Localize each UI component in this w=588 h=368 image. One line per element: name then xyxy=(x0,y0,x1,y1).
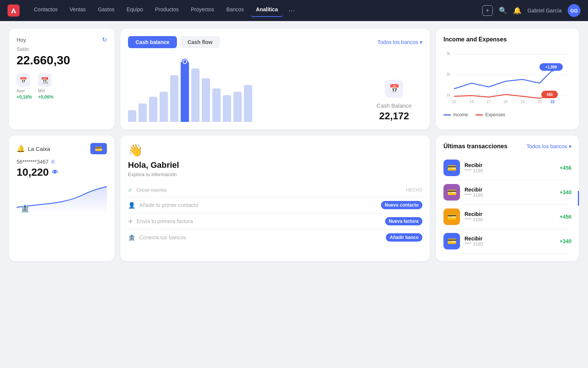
nav-proyectos[interactable]: Proyectos xyxy=(186,4,219,17)
nuevo-contacto-button[interactable]: Nuevo contacto xyxy=(381,201,422,209)
tx-bank-select[interactable]: Todos los bancos ▾ xyxy=(527,143,571,149)
nueva-factura-button[interactable]: Nueva factura xyxy=(385,217,422,225)
today-header: Hoy ↻ xyxy=(17,36,107,43)
svg-text:18: 18 xyxy=(503,100,508,104)
svg-text:2k: 2k xyxy=(446,72,451,76)
chart-bar-3[interactable] xyxy=(160,62,168,122)
today-title: Hoy xyxy=(17,37,26,43)
caixa-balance: 10,220 👁 xyxy=(17,166,107,178)
tx-item-4: 💳 Recibir **** 3190 +340 xyxy=(443,229,571,254)
tx-title: Últimas transacciones xyxy=(443,143,507,150)
svg-text:3k: 3k xyxy=(446,52,451,56)
caixa-mini-chart: 🏦 xyxy=(17,183,107,213)
cash-card: Cash balance Cash flow Todos los bancos … xyxy=(120,29,430,129)
bar-element-5[interactable] xyxy=(181,62,189,122)
chart-bar-5[interactable] xyxy=(181,62,189,122)
copy-icon[interactable]: ⎘ xyxy=(52,159,55,165)
tx-amount-4: +340 xyxy=(559,238,571,244)
refresh-icon[interactable]: ↻ xyxy=(102,36,107,43)
bell-icon[interactable]: 🔔 xyxy=(513,6,521,15)
chart-legend: Income Expenses xyxy=(443,112,571,117)
wave-emoji: 👋 xyxy=(128,143,422,157)
chart-bar-11[interactable] xyxy=(244,62,252,122)
bar-element-6[interactable] xyxy=(191,68,200,122)
tx-item-3: 💳 Recibir **** 3190 +456 xyxy=(443,205,571,229)
mtd-icon: 📆 xyxy=(38,73,52,87)
chart-bar-1[interactable] xyxy=(139,62,147,122)
chart-bar-2[interactable] xyxy=(149,62,157,122)
task-send-icon: ✈ xyxy=(128,218,133,225)
legend-income-dot xyxy=(443,114,451,116)
tx-label-1: Recibir xyxy=(465,162,555,168)
nav-contactos[interactable]: Contactos xyxy=(29,4,63,17)
navbar: Contactos Ventas Gastos Equipo Productos… xyxy=(0,0,588,21)
anadir-banco-button[interactable]: Añadir banco xyxy=(386,233,422,242)
add-button[interactable]: + xyxy=(482,5,493,16)
ayer-metric: 📅 Ayer +0,16% xyxy=(17,73,32,100)
credit-card-icon[interactable]: 💳 xyxy=(90,143,107,154)
cash-info: 📅 Cash Balance 22,172 xyxy=(366,80,422,122)
nav-ventas[interactable]: Ventas xyxy=(64,4,91,17)
bar-element-7[interactable] xyxy=(202,78,210,122)
nav-gastos[interactable]: Gastos xyxy=(93,4,120,17)
cash-balance-value: 22,172 xyxy=(379,110,409,122)
task-crear-cuenta: ✓ Crear cuenta HECHO xyxy=(128,183,422,197)
bar-element-8[interactable] xyxy=(212,88,221,122)
chart-bar-9[interactable] xyxy=(223,62,231,122)
cash-bank-select[interactable]: Todos los bancos ▾ xyxy=(378,39,422,45)
nav-more-icon[interactable]: ⋯ xyxy=(285,4,299,17)
search-icon[interactable]: 🔍 xyxy=(499,6,507,15)
tx-icon-3: 💳 xyxy=(443,208,460,225)
svg-text:450: 450 xyxy=(547,93,553,97)
task-user-icon: 👤 xyxy=(128,202,136,209)
task-bancos-label: Conecta tus bancos xyxy=(139,234,186,240)
ayer-icon: 📅 xyxy=(17,73,30,87)
chart-bar-4[interactable] xyxy=(170,62,178,122)
svg-text:16: 16 xyxy=(469,100,474,104)
chart-bar-7[interactable] xyxy=(202,62,210,122)
task-factura: ✈ Envía tu primera factura Nueva factura xyxy=(128,213,422,230)
nav-right: + 🔍 🔔 Gabriel García GG xyxy=(482,4,580,17)
bar-element-4[interactable] xyxy=(170,75,178,122)
tab-cash-flow[interactable]: Cash flow xyxy=(180,36,220,48)
saldo-metrics: 📅 Ayer +0,16% 📆 Mtd +0,06% xyxy=(17,73,107,100)
tx-acct-1: **** 3190 xyxy=(465,168,555,173)
bar-element-9[interactable] xyxy=(223,95,231,122)
tab-cash-balance[interactable]: Cash balance xyxy=(128,36,177,48)
hola-card: 👋 Hola, Gabriel Explora tu información ✓… xyxy=(120,135,430,261)
nav-bancos[interactable]: Bancos xyxy=(221,4,249,17)
nav-productos[interactable]: Productos xyxy=(150,4,184,17)
tx-info-2: Recibir **** 3190 xyxy=(465,187,555,198)
bar-element-2[interactable] xyxy=(149,97,157,122)
saldo-value: 22.660,30 xyxy=(17,53,107,67)
nav-analitica[interactable]: Analítica xyxy=(251,4,283,17)
chart-bar-6[interactable] xyxy=(191,62,200,122)
bar-element-11[interactable] xyxy=(244,85,252,122)
scrollbar[interactable] xyxy=(578,191,579,206)
legend-income: Income xyxy=(443,112,468,117)
chart-bar-10[interactable] xyxy=(233,62,242,122)
tx-icon-1: 💳 xyxy=(443,160,460,176)
tx-label-3: Recibir xyxy=(465,211,555,217)
bar-element-1[interactable] xyxy=(139,103,147,122)
eye-icon[interactable]: 👁 xyxy=(52,169,58,176)
tx-label-4: Recibir xyxy=(465,236,555,242)
cash-balance-label: Cash Balance xyxy=(376,102,411,109)
chart-bar-0[interactable] xyxy=(128,62,136,122)
user-avatar[interactable]: GG xyxy=(568,4,580,17)
bar-element-10[interactable] xyxy=(233,92,242,122)
bar-element-3[interactable] xyxy=(160,92,168,122)
app-logo[interactable] xyxy=(8,5,20,17)
bar-element-0[interactable] xyxy=(128,110,136,122)
tx-amount-2: +340 xyxy=(559,189,571,195)
cash-header: Cash balance Cash flow Todos los bancos … xyxy=(128,36,422,48)
chart-bar-8[interactable] xyxy=(212,62,221,122)
nav-equipo[interactable]: Equipo xyxy=(121,4,148,17)
main-content: Hoy ↻ Saldo 22.660,30 📅 Ayer +0,16% 📆 Mt… xyxy=(0,21,588,269)
ayer-label: Ayer xyxy=(17,88,25,93)
svg-marker-0 xyxy=(11,8,16,13)
account-number: 56*******3467 ⎘ xyxy=(17,159,107,165)
income-chart: 3k 2k 1k +1,999 450 15 16 1 xyxy=(443,47,571,109)
tx-icon-2: 💳 xyxy=(443,184,460,201)
tx-amount-1: +456 xyxy=(559,165,571,171)
